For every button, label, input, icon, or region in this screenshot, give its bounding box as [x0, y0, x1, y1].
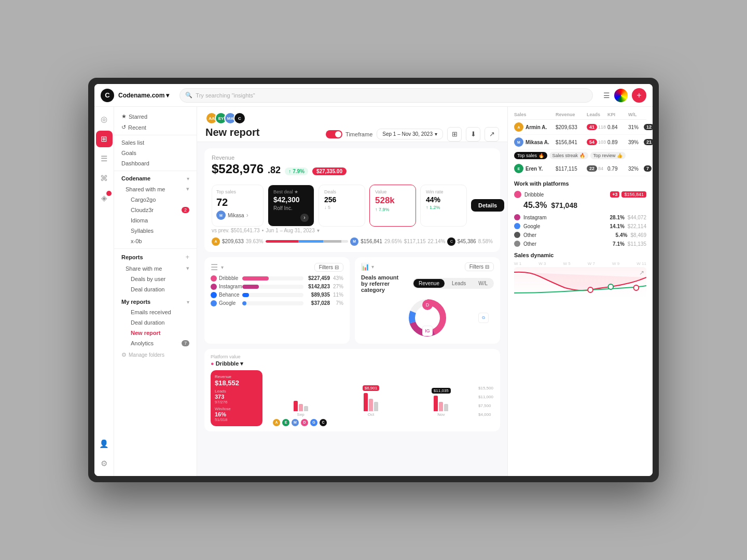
nov-bar-3 [444, 404, 448, 411]
av-4: D [301, 419, 308, 426]
new-report-item[interactable]: New report [114, 328, 197, 338]
syllables-item[interactable]: Syllables [114, 226, 197, 236]
top-sales-tag[interactable]: Top sales 🔥 [514, 152, 547, 159]
sidebar-icon-docs[interactable]: ☰ [96, 150, 113, 167]
brand-name[interactable]: Codename.com ▾ [118, 92, 169, 99]
armin-av: A [212, 237, 220, 246]
x0b-item[interactable]: x-0b [114, 236, 197, 246]
cargo2go-item[interactable]: Cargo2go [114, 194, 197, 205]
starred-item[interactable]: ★Starred [114, 111, 197, 122]
instagram-row: Instagram $142,823 27% [211, 284, 343, 290]
sep-label: Sep [297, 412, 305, 417]
topbar-right: ☰ + [603, 88, 646, 103]
svg-point-4 [588, 287, 593, 292]
date-range-btn[interactable]: Sep 1 – Nov 30, 2023 ▾ [377, 129, 443, 139]
sidebar-icon-settings[interactable]: ⚙ [96, 455, 113, 472]
goals-item[interactable]: Goals [114, 148, 197, 158]
behance-dot [211, 292, 217, 298]
chart-dropdown-icon[interactable]: ▾ [371, 264, 374, 270]
sales-section: Sales Revenue Leads KPI W/L A Armin A. [514, 112, 646, 176]
deals-tab-group: Revenue Leads W/L [412, 278, 494, 289]
arrow-right-icon: › [246, 212, 248, 219]
shared-with-me-item[interactable]: Shared with me ▾ [114, 184, 197, 194]
nov-bar-2 [439, 402, 443, 411]
sales-streak-tag[interactable]: Sales streak 🔥 [549, 152, 588, 159]
google-donut-icon: G [478, 313, 489, 323]
filters-button[interactable]: Filters ⊟ [314, 263, 343, 272]
revenue-label: Revenue [212, 155, 493, 161]
sales-dynamic-section: Sales dynamic W 1 W 3 W 5 W 7 W 9 W 11 [514, 252, 646, 298]
instagram-platform-row: Instagram 28.1% $44,072 [514, 214, 646, 220]
instagram-donut-icon: IG [422, 326, 433, 336]
dribbble-dot [211, 275, 217, 282]
other-platform-row: Other 5.4% $8,469 [514, 232, 646, 238]
sales-table-header: Sales Revenue Leads KPI W/L [514, 112, 646, 120]
recent-item[interactable]: ↺Recent [114, 122, 197, 133]
expand-my-reports[interactable]: ▾ [187, 299, 189, 305]
growth-badge: ↑7.9% [285, 167, 308, 175]
idioma-item[interactable]: Idioma [114, 215, 197, 226]
emails-received-item[interactable]: Emails received [114, 307, 197, 317]
arrow-dark-icon: › [300, 214, 309, 222]
sales-list-item[interactable]: Sales list [114, 137, 197, 148]
google-platform-row: Google 14.1% $22,114 [514, 223, 646, 229]
expand-codename[interactable]: ▾ [187, 176, 189, 181]
platform-name-btn[interactable]: ● Dribbble ▾ [211, 360, 262, 367]
sidebar-icon-user[interactable]: 👤 [96, 436, 113, 452]
deal-duration-shared-item[interactable]: Deal duration [114, 284, 197, 295]
expand-icon: ▾ [186, 186, 189, 192]
filter-settings-btn[interactable]: ⊞ [447, 127, 462, 142]
chevron-down-icon: ▾ [435, 131, 437, 137]
logo: C [101, 89, 114, 102]
expand-chart-icon[interactable]: ↗ [639, 269, 644, 276]
work-platforms-section: Work with platforms Dribbble +3 $156,841 [514, 180, 646, 247]
instagram-bar [242, 285, 259, 289]
platform-dropdown-icon: ▾ [240, 360, 243, 367]
content-body: Revenue $528,976.82 ↑7.9% $27,335.00 [197, 142, 507, 476]
deals-by-user-item[interactable]: Deals by user [114, 274, 197, 284]
top-review-tag[interactable]: Top review 👍 [590, 152, 626, 159]
manage-folders-btn[interactable]: ⚙ Manage folders [114, 348, 197, 361]
search-bar[interactable]: 🔍 Try searching "insights" [179, 88, 593, 103]
winrate-card: Win rate 44% ↑ 1.2% [420, 185, 467, 227]
my-reports-label: My reports [121, 299, 150, 305]
deal-duration-item[interactable]: Deal duration [114, 317, 197, 328]
dribbble-donut-icon: D [422, 300, 433, 310]
anolytics-item[interactable]: Anolytics 7 [114, 338, 197, 348]
download-btn[interactable]: ⬇ [466, 127, 480, 142]
tab-leads[interactable]: Leads [447, 279, 471, 288]
tab-wl[interactable]: W/L [473, 279, 493, 288]
av-3: M [292, 419, 299, 426]
share-btn[interactable]: ↗ [485, 127, 499, 142]
eren-mini-av: E [514, 164, 523, 173]
progress-gray [323, 240, 341, 243]
sidebar-icon-command[interactable]: ⌘ [96, 170, 113, 187]
armin-leads-badge: 41 [587, 124, 597, 130]
google-row: Google $37,028 7% [211, 300, 343, 306]
cloudz3r-item[interactable]: Cloudz3r 2 [114, 205, 197, 215]
timeframe-switch[interactable] [326, 130, 342, 138]
dribbble-amount-badge: $156,841 [621, 191, 646, 198]
deals-filters-btn[interactable]: Filters ⊟ [465, 262, 494, 271]
progress-light [341, 240, 348, 243]
add-report-btn[interactable]: + [185, 253, 189, 261]
sidebar-icon-bookmark[interactable]: ◈ [96, 190, 113, 206]
sidebar-icon-charts[interactable]: ⊞ [96, 131, 113, 147]
search-icon: 🔍 [185, 92, 192, 99]
mikasa-sales-row: M Mikasa A. $156,841 54 103 0.89 39% 21 … [514, 135, 646, 150]
other-platform-dot [514, 232, 520, 238]
dropdown-icon[interactable]: ▾ [221, 264, 224, 270]
sidebar-icon-home[interactable]: ◎ [96, 111, 113, 128]
dashboard-item[interactable]: Dashboard [114, 158, 197, 169]
share-with-me-sub[interactable]: Share with me ▾ [114, 263, 197, 274]
add-button[interactable]: + [632, 88, 646, 103]
bar-chart-icon: 📊 [361, 263, 369, 271]
sep-group: Sep [268, 401, 334, 417]
dribbble-badge: +3 [610, 191, 619, 198]
theme-icon[interactable] [614, 89, 628, 102]
cloudz3r-badge: 2 [182, 207, 189, 213]
tab-revenue[interactable]: Revenue [413, 279, 445, 288]
details-button[interactable]: Details [471, 199, 504, 212]
hamburger-icon[interactable]: ☰ [603, 91, 610, 100]
nov-amount-badge: $11,035 [432, 388, 451, 394]
